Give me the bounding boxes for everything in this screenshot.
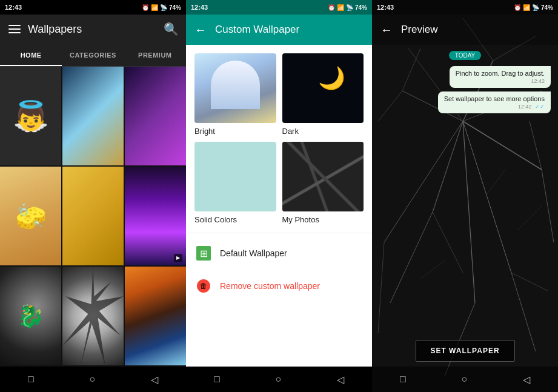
svg-line-5	[384, 121, 463, 242]
wallpaper-thumb-7[interactable]	[0, 267, 61, 365]
signal-icon-2: 📶	[337, 4, 344, 11]
status-icons-1: ⏰ 📶 📡 74%	[142, 4, 181, 11]
time-1: 12:43	[5, 4, 22, 11]
wallpaper-grid	[0, 67, 186, 367]
wallpaper-options: Bright Dark Solid Colors My Photos	[186, 45, 372, 228]
nav-circle-2[interactable]: ○	[270, 369, 286, 390]
nav-bar-3: □ ○ ◁	[372, 367, 558, 392]
svg-line-14	[433, 212, 463, 273]
option-bright[interactable]: Bright	[194, 53, 276, 136]
nav-square-3[interactable]: □	[395, 369, 411, 390]
toolbar-2: ← Custom Wallpaper	[186, 15, 372, 45]
tab-premium[interactable]: PREMIUM	[124, 44, 186, 66]
option-label-photos: My Photos	[282, 215, 364, 224]
hamburger-line-2	[8, 28, 21, 30]
wallpaper-thumb-2[interactable]	[62, 67, 124, 165]
svg-line-17	[445, 303, 475, 376]
battery-icon-3: 74%	[541, 4, 553, 11]
wallpaper-thumb-3[interactable]	[125, 67, 186, 165]
nav-bar-2: □ ○ ◁	[186, 367, 372, 392]
option-solid[interactable]: Solid Colors	[194, 142, 276, 224]
chat-text-1: Pinch to zoom. Drag to adjust.	[456, 70, 545, 77]
nav-circle-1[interactable]: ○	[84, 369, 100, 390]
status-icons-2: ⏰ 📶 📡 74%	[328, 4, 367, 11]
time-3: 12:43	[377, 4, 394, 11]
option-label-bright: Bright	[194, 127, 276, 136]
wallpaper-thumb-4[interactable]	[0, 167, 61, 265]
thumb-solid	[194, 142, 276, 211]
wifi-icon: 📡	[160, 4, 167, 11]
svg-line-4	[463, 121, 511, 273]
wifi-icon-2: 📡	[346, 4, 353, 11]
remove-wallpaper-icon	[196, 278, 211, 294]
tab-categories[interactable]: CATEGORIES	[62, 44, 124, 66]
svg-line-18	[378, 242, 384, 333]
default-wallpaper-icon	[196, 245, 211, 261]
wallpaper-thumb-9[interactable]	[125, 267, 186, 365]
svg-line-12	[530, 121, 542, 170]
menu-icon[interactable]	[7, 24, 22, 35]
nav-back-1[interactable]: ◁	[146, 369, 163, 390]
hamburger-line-3	[8, 32, 21, 33]
svg-line-22	[420, 261, 445, 279]
wifi-icon-3: 📡	[532, 4, 539, 11]
hamburger-line-1	[8, 25, 21, 26]
nav-back-3[interactable]: ◁	[518, 369, 535, 390]
thumb-photos	[282, 142, 364, 211]
svg-line-6	[463, 121, 475, 303]
back-button-2[interactable]: ←	[194, 23, 207, 37]
crack-lines-thumb	[282, 142, 364, 211]
svg-line-11	[542, 170, 554, 242]
wallpaper-thumb-6[interactable]	[125, 167, 186, 265]
chat-time-1: 12:42	[456, 78, 545, 84]
option-label-dark: Dark	[282, 127, 364, 136]
remove-icon-box	[197, 279, 210, 293]
chat-bubble-1: Pinch to zoom. Drag to adjust. 12:42	[450, 66, 551, 88]
nav-square-2[interactable]: □	[209, 369, 225, 390]
nav-back-2[interactable]: ◁	[332, 369, 349, 390]
set-wallpaper-button[interactable]: SET WALLPAPER	[415, 340, 514, 362]
tab-home[interactable]: HOME	[0, 44, 62, 66]
wallpaper-thumb-5[interactable]	[62, 167, 124, 265]
menu-item-remove[interactable]: Remove custom wallpaper	[186, 270, 372, 302]
thumb-bright	[194, 53, 276, 123]
status-bar-2: 12:43 ⏰ 📶 📡 74%	[186, 0, 372, 15]
app-title: Wallpapers	[28, 23, 158, 36]
signal-icon-3: 📶	[523, 4, 530, 11]
panel-preview: 12:43 ⏰ 📶 📡 74% ← Preview TODAY Pinch to…	[372, 0, 558, 392]
toolbar-title-3: Preview	[401, 24, 437, 36]
panel-custom-wallpaper: 12:43 ⏰ 📶 📡 74% ← Custom Wallpaper Brigh…	[186, 0, 372, 392]
double-checkmark: ✓✓	[535, 104, 545, 110]
option-dark[interactable]: Dark	[282, 53, 364, 136]
svg-line-13	[390, 212, 433, 303]
search-icon[interactable]: 🔍	[164, 22, 179, 36]
menu-item-default-label: Default Wallpaper	[220, 248, 287, 258]
crack-overlay	[62, 267, 124, 365]
menu-item-default[interactable]: Default Wallpaper	[186, 237, 372, 270]
signal-icon: 📶	[151, 4, 158, 11]
wallpaper-thumb-1[interactable]	[0, 67, 61, 165]
toolbar-3: ← Preview	[372, 15, 558, 45]
menu-items: Default Wallpaper Remove custom wallpape…	[186, 233, 372, 306]
back-button-3[interactable]: ←	[380, 23, 393, 37]
option-label-solid: Solid Colors	[194, 215, 276, 224]
alarm-icon-2: ⏰	[328, 4, 335, 11]
svg-line-16	[511, 273, 548, 291]
menu-item-remove-label: Remove custom wallpaper	[220, 281, 320, 291]
chat-text-2: Set wallpaper to see more options	[444, 95, 545, 102]
option-photos[interactable]: My Photos	[282, 142, 364, 224]
nav-bar-1: □ ○ ◁	[0, 367, 186, 392]
svg-line-15	[511, 273, 536, 351]
alarm-icon: ⏰	[142, 4, 149, 11]
chat-date-badge: TODAY	[449, 51, 482, 60]
thumb-dark	[282, 53, 364, 123]
wallpaper-thumb-8[interactable]	[62, 267, 124, 365]
tab-bar: HOME CATEGORIES PREMIUM	[0, 44, 186, 67]
status-icons-3: ⏰ 📶 📡 74%	[514, 4, 553, 11]
nav-circle-3[interactable]: ○	[456, 369, 472, 390]
chat-time-2: 12:42 ✓✓	[444, 104, 545, 110]
nav-square-1[interactable]: □	[23, 369, 39, 390]
status-bar-3: 12:43 ⏰ 📶 📡 74%	[372, 0, 558, 15]
panel-wallpapers: 12:43 ⏰ 📶 📡 74% Wallpapers 🔍 HOME CATEGO…	[0, 0, 186, 392]
alarm-icon-3: ⏰	[514, 4, 521, 11]
